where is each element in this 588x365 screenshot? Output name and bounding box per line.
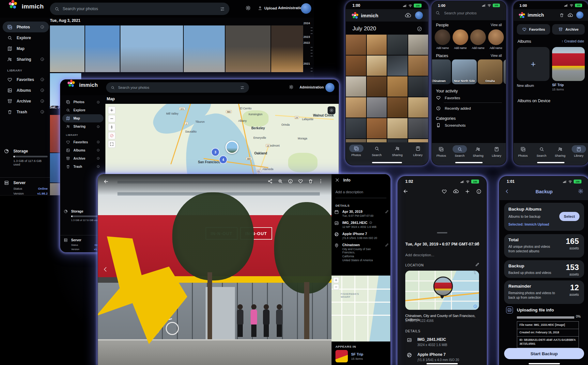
album-cover-sf-trip[interactable] (552, 47, 585, 81)
user-avatar[interactable] (301, 3, 311, 14)
photo-thumb[interactable] (387, 76, 408, 97)
sidebar-item-map[interactable]: Map (62, 114, 103, 122)
nav-item-photos[interactable]: Photos (434, 145, 448, 157)
upload-cloud-icon[interactable] (453, 188, 459, 194)
nav-item-sharing[interactable]: Sharing (471, 145, 485, 157)
close-icon[interactable] (335, 178, 340, 182)
nav-item-photos[interactable]: Photos (349, 145, 364, 157)
select-button[interactable]: Select (559, 212, 580, 221)
add-name-label[interactable]: Add name (489, 46, 502, 50)
place-card[interactable]: Pi (503, 59, 506, 84)
sidebar-item-explore[interactable]: Explore (3, 32, 49, 43)
zoom-in-button[interactable] (108, 106, 116, 114)
nav-item-library[interactable]: Library (411, 145, 425, 157)
photo-thumb[interactable] (346, 56, 366, 76)
sidebar-item-favorites[interactable]: Favorites (62, 138, 103, 146)
map-photo-marker[interactable] (225, 141, 239, 154)
filter-sliders-icon[interactable] (220, 7, 225, 11)
favorite-heart-icon[interactable] (441, 188, 447, 194)
person-face[interactable]: Add name (488, 29, 504, 50)
map-cluster-marker[interactable]: 3 (211, 148, 220, 156)
person-face[interactable]: Add name (453, 29, 469, 50)
fullscreen-button[interactable] (108, 140, 116, 148)
place-card[interactable]: Near North Side (452, 59, 477, 84)
drag-handle[interactable] (437, 232, 447, 233)
edit-location-pencil-icon[interactable] (475, 262, 480, 267)
sidebar-item-photos[interactable]: Photos (62, 98, 103, 106)
filter-sliders-icon[interactable] (240, 86, 244, 90)
timeline-scrubber[interactable]: 2024202320222021 (303, 20, 313, 85)
nav-item-photos[interactable]: Photos (516, 145, 530, 157)
add-name-label[interactable]: Add name (454, 46, 467, 50)
previous-photo-chevron-icon[interactable] (102, 266, 109, 273)
start-backup-button[interactable]: Start Backup (504, 348, 584, 359)
sidebar-item-trash[interactable]: Trash (62, 163, 103, 171)
appears-in-album[interactable]: SF Trip 15 items (335, 350, 363, 362)
sidebar-item-explore[interactable]: Explore (62, 106, 103, 114)
sidebar-item-trash[interactable]: Trash (3, 106, 49, 117)
nav-item-search[interactable]: Search (370, 145, 384, 157)
photo-thumb[interactable] (367, 76, 387, 97)
photo-thumb[interactable] (85, 25, 120, 72)
home-indicator[interactable] (426, 363, 458, 364)
recently-added-row[interactable]: Recently added (436, 106, 471, 111)
person-face[interactable]: Add name (470, 29, 486, 50)
search-input[interactable]: Search your photos (435, 10, 477, 15)
info-circle-icon[interactable] (97, 101, 100, 104)
info-circle-icon[interactable] (97, 157, 100, 160)
photo-marker[interactable] (433, 277, 453, 296)
person-face[interactable]: Add name (435, 29, 451, 50)
info-circle-icon[interactable] (369, 221, 372, 224)
info-icon[interactable] (288, 179, 293, 184)
archive-button[interactable]: Archive (552, 24, 585, 35)
place-card[interactable]: Omaha (478, 59, 503, 84)
info-circle-icon[interactable] (40, 77, 44, 82)
nav-item-library[interactable]: Library (489, 145, 504, 157)
theme-toggle-sun-icon[interactable] (245, 5, 251, 11)
add-description-field[interactable]: Add a description (335, 190, 363, 194)
info-circle-icon[interactable] (97, 149, 100, 152)
photo-thumb[interactable] (367, 118, 387, 138)
sidebar-item-archive[interactable]: Archive (62, 154, 103, 163)
sidebar-item-favorites[interactable]: Favorites (3, 74, 49, 85)
user-avatar[interactable] (325, 83, 334, 92)
favorite-heart-icon[interactable] (298, 179, 303, 184)
sidebar-item-sharing[interactable]: Sharing (62, 122, 103, 131)
user-avatar[interactable] (576, 11, 583, 19)
back-icon[interactable] (103, 179, 109, 184)
share-icon[interactable] (268, 179, 273, 184)
photo-thumb[interactable] (50, 25, 85, 72)
photo-thumb[interactable] (120, 25, 183, 72)
nav-item-sharing[interactable]: Sharing (390, 145, 405, 157)
info-circle-icon[interactable] (40, 99, 44, 103)
nav-item-library[interactable]: Library (572, 145, 586, 157)
photo-thumb[interactable] (387, 118, 408, 138)
favorites-button[interactable]: Favorites (517, 24, 550, 35)
photo-thumb[interactable] (346, 118, 366, 138)
location-map[interactable]: d - San Francisco Fer (405, 271, 479, 310)
trash-icon[interactable] (559, 13, 564, 18)
photo-thumb[interactable] (271, 25, 303, 72)
delete-icon[interactable] (308, 179, 313, 184)
photo-thumb[interactable] (346, 35, 366, 55)
album-name[interactable]: SF Trip (351, 352, 363, 356)
search-input[interactable]: Search your photos (106, 82, 249, 93)
places-view-all-link[interactable]: View all (491, 54, 502, 57)
search-input[interactable]: Search your photos (50, 3, 229, 15)
photo-thumb[interactable] (387, 97, 408, 118)
edit-pencil-icon[interactable] (385, 210, 389, 214)
back-icon[interactable] (403, 188, 409, 194)
theme-toggle-sun-icon[interactable] (289, 85, 294, 89)
back-chevron-icon[interactable] (504, 188, 510, 194)
sidebar-item-sharing[interactable]: Sharing (3, 54, 49, 65)
photo-thumb[interactable] (225, 25, 271, 72)
photo-thumb[interactable] (367, 35, 387, 55)
zoom-out-button[interactable] (333, 284, 339, 290)
photo-thumb[interactable] (387, 56, 408, 76)
add-name-label[interactable]: Add name (472, 46, 485, 50)
photo-thumb[interactable] (408, 76, 428, 97)
more-options-icon[interactable] (318, 179, 323, 184)
photo-thumb[interactable] (367, 97, 387, 118)
home-indicator[interactable] (372, 162, 402, 163)
edit-date-pencil-icon[interactable] (475, 241, 480, 246)
